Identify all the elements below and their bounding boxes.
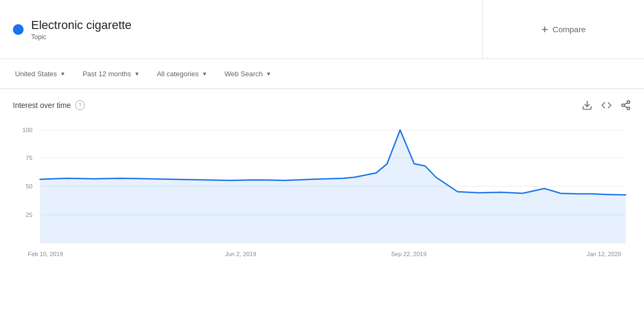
- code-icon: [601, 100, 612, 111]
- category-filter[interactable]: All categories ▼: [150, 66, 214, 82]
- time-filter-label: Past 12 months: [83, 70, 131, 78]
- x-label-sep: Sep 22, 2019: [391, 251, 427, 257]
- x-label-jan: Jan 12, 2020: [587, 251, 621, 257]
- y-label-75: 75: [26, 155, 32, 161]
- compare-plus-icon: +: [541, 23, 548, 37]
- y-label-50: 50: [26, 183, 32, 190]
- filters-bar: United States ▼ Past 12 months ▼ All cat…: [0, 59, 644, 89]
- time-filter[interactable]: Past 12 months ▼: [76, 66, 146, 82]
- time-filter-arrow: ▼: [134, 71, 140, 77]
- compare-label: Compare: [553, 25, 586, 34]
- compare-button[interactable]: + Compare: [535, 18, 592, 41]
- compare-section: + Compare: [483, 0, 644, 59]
- search-type-filter-label: Web Search: [224, 70, 262, 78]
- x-label-jun: Jun 2, 2019: [225, 251, 256, 257]
- download-button[interactable]: [582, 100, 592, 111]
- page-header: Electronic cigarette Topic + Compare: [0, 0, 644, 59]
- help-icon[interactable]: ?: [75, 100, 85, 110]
- svg-line-4: [624, 106, 627, 107]
- svg-line-5: [624, 103, 627, 104]
- y-label-25: 25: [26, 212, 32, 218]
- topic-name: Electronic cigarette: [31, 18, 131, 32]
- x-label-feb: Feb 10, 2019: [28, 251, 63, 257]
- chart-title: Interest over time: [13, 101, 71, 110]
- y-label-100: 100: [23, 127, 33, 133]
- topic-subtitle: Topic: [31, 33, 131, 41]
- download-icon: [582, 100, 592, 111]
- category-filter-label: All categories: [157, 70, 199, 78]
- chart-header: Interest over time ?: [13, 100, 631, 111]
- trend-chart: 100 75 50 25 Feb 10, 2019 Jun 2, 2019 Se…: [13, 119, 631, 270]
- chart-container: 100 75 50 25 Feb 10, 2019 Jun 2, 2019 Se…: [13, 119, 631, 270]
- search-type-filter[interactable]: Web Search ▼: [218, 66, 277, 82]
- search-type-filter-arrow: ▼: [266, 71, 271, 77]
- topic-info: Electronic cigarette Topic: [31, 18, 131, 41]
- search-term-section: Electronic cigarette Topic: [0, 0, 483, 59]
- location-filter-arrow: ▼: [60, 71, 65, 77]
- chart-title-row: Interest over time ?: [13, 100, 85, 110]
- share-button[interactable]: [620, 100, 631, 111]
- embed-button[interactable]: [601, 100, 612, 111]
- share-icon: [620, 100, 631, 111]
- chart-section: Interest over time ?: [0, 89, 644, 275]
- location-filter-label: United States: [15, 70, 57, 78]
- chart-actions: [582, 100, 631, 111]
- location-filter[interactable]: United States ▼: [9, 66, 72, 82]
- topic-color-dot: [13, 24, 24, 35]
- category-filter-arrow: ▼: [202, 71, 207, 77]
